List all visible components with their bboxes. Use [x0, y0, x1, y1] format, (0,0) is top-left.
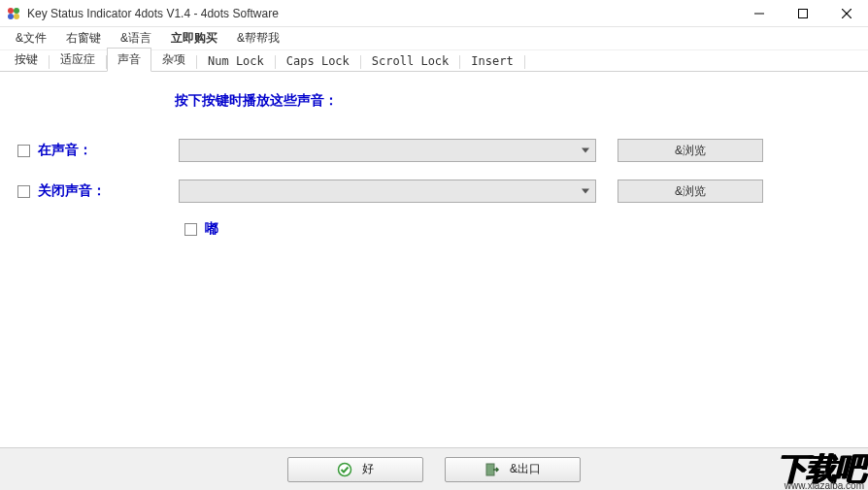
- tab-scrolllock[interactable]: Scroll Lock: [361, 50, 459, 72]
- chevron-down-icon: [582, 189, 589, 194]
- off-sound-label: 关闭声音：: [38, 182, 179, 200]
- ok-button[interactable]: 好: [287, 457, 423, 482]
- on-sound-checkbox[interactable]: [17, 145, 30, 157]
- tab-sound[interactable]: 声音: [107, 48, 151, 72]
- svg-rect-9: [486, 464, 494, 475]
- menu-help[interactable]: &帮帮我: [227, 27, 289, 49]
- chevron-down-icon: [582, 148, 589, 153]
- tab-numlock[interactable]: Num Lock: [197, 50, 275, 72]
- menu-right-key[interactable]: 右窗键: [56, 27, 111, 49]
- menu-buy-now[interactable]: 立即购买: [161, 27, 227, 49]
- on-sound-browse-button[interactable]: &浏览: [618, 139, 763, 162]
- beep-checkbox[interactable]: [184, 223, 197, 236]
- tab-content-sound: 按下按键时播放这些声音： 在声音： &浏览 关闭声音： &浏览 嘟: [0, 73, 868, 447]
- tab-bar: 按键 适应症 声音 杂项 Num Lock Caps Lock Scroll L…: [0, 50, 868, 72]
- beep-row: 嘟: [184, 220, 858, 238]
- bottom-bar: 好 &出口: [0, 447, 868, 490]
- beep-label: 嘟: [205, 220, 218, 238]
- sound-heading: 按下按键时播放这些声音：: [175, 92, 858, 110]
- exit-button-label: &出口: [510, 461, 541, 477]
- maximize-button[interactable]: [781, 0, 824, 27]
- minimize-button[interactable]: [737, 0, 781, 27]
- svg-point-1: [14, 8, 19, 14]
- tab-adapt[interactable]: 适应症: [50, 48, 106, 72]
- off-sound-combo[interactable]: [179, 180, 596, 203]
- menu-language[interactable]: &语言: [111, 27, 161, 49]
- svg-point-0: [8, 8, 14, 14]
- on-sound-label: 在声音：: [38, 142, 179, 159]
- app-icon: [6, 6, 21, 21]
- ok-button-label: 好: [362, 461, 374, 477]
- window-controls: [737, 0, 868, 27]
- off-sound-browse-button[interactable]: &浏览: [618, 180, 763, 203]
- tab-capslock[interactable]: Caps Lock: [276, 50, 360, 72]
- svg-point-2: [8, 14, 14, 19]
- check-icon: [337, 462, 352, 477]
- svg-point-3: [14, 14, 19, 19]
- on-sound-combo[interactable]: [179, 139, 596, 162]
- on-sound-row: 在声音： &浏览: [10, 139, 858, 162]
- title-bar: Key Status Indicator 4dots V1.4 - 4dots …: [0, 0, 868, 27]
- close-button[interactable]: [824, 0, 868, 27]
- menu-file[interactable]: &文件: [6, 27, 56, 49]
- off-sound-row: 关闭声音： &浏览: [10, 180, 858, 203]
- svg-rect-5: [798, 10, 807, 18]
- window-title: Key Status Indicator 4dots V1.4 - 4dots …: [27, 7, 279, 20]
- exit-button[interactable]: &出口: [445, 457, 581, 482]
- tab-insert[interactable]: Insert: [460, 50, 523, 72]
- tab-misc[interactable]: 杂项: [151, 48, 196, 72]
- tab-keys[interactable]: 按键: [4, 48, 49, 72]
- off-sound-checkbox[interactable]: [17, 185, 30, 198]
- exit-icon: [484, 462, 500, 477]
